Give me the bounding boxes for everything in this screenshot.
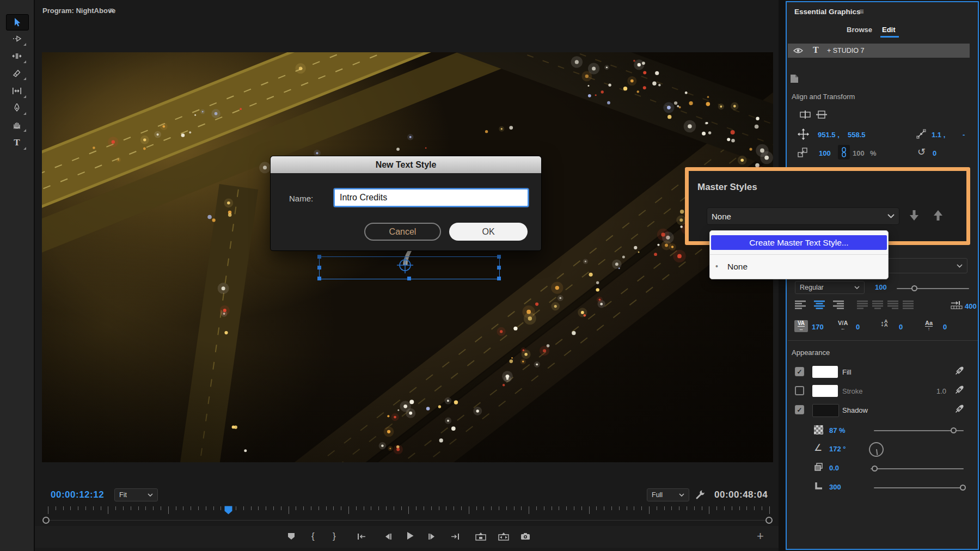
scale-y-value[interactable]: 100	[853, 149, 865, 157]
scrollbar-right-knob[interactable]	[765, 517, 773, 524]
selection-handle[interactable]	[497, 255, 501, 259]
tab-browse[interactable]: Browse	[847, 26, 872, 34]
align-vertical-center-button[interactable]	[815, 110, 828, 119]
shadow-distance-slider-handle[interactable]	[872, 466, 878, 472]
shadow-distance-value[interactable]: 0.0	[829, 464, 839, 472]
step-back-button[interactable]	[384, 532, 393, 541]
cancel-button[interactable]: Cancel	[364, 223, 441, 241]
slip-tool[interactable]	[6, 83, 28, 99]
add-marker-button[interactable]	[287, 532, 296, 541]
stroke-eyedropper-icon[interactable]	[955, 385, 964, 394]
master-styles-dropdown[interactable]: None	[707, 207, 899, 225]
justify-last-center-button[interactable]	[872, 301, 884, 309]
shadow-distance-slider-track[interactable]	[871, 468, 964, 469]
align-left-button[interactable]	[795, 301, 806, 309]
tab-stop-value[interactable]: 400	[965, 302, 977, 310]
selection-handle[interactable]	[317, 255, 321, 259]
kerning-value[interactable]: 0	[856, 323, 860, 331]
selection-handle[interactable]	[317, 277, 321, 280]
rotation-value[interactable]: 0	[933, 149, 936, 157]
align-center-button[interactable]	[814, 301, 825, 309]
position-x-value[interactable]: 951.5 ,	[818, 131, 840, 139]
stroke-checkbox[interactable]	[795, 386, 804, 395]
razor-tool[interactable]	[6, 65, 28, 81]
shadow-opacity-slider-handle[interactable]	[951, 427, 957, 433]
play-button[interactable]	[405, 531, 415, 541]
stroke-width-value[interactable]: 1.0	[936, 387, 946, 395]
stroke-color-swatch[interactable]	[812, 385, 838, 397]
position-y-value[interactable]: 558.5	[848, 131, 866, 139]
leading-value[interactable]: 0	[899, 323, 903, 331]
shadow-blur-value[interactable]: 300	[829, 483, 841, 491]
justify-all-button[interactable]	[903, 301, 914, 309]
add-button[interactable]: +	[757, 529, 764, 543]
fill-checkbox[interactable]: ✓	[795, 367, 804, 376]
font-size-slider-track[interactable]	[897, 288, 969, 289]
go-to-out-button[interactable]	[450, 532, 461, 541]
scale-x-value[interactable]: 100	[819, 149, 831, 157]
lift-button[interactable]	[475, 532, 487, 541]
anchor-y-value[interactable]: -	[963, 131, 965, 139]
selection-handle[interactable]	[317, 266, 321, 270]
zoom-level-dropdown[interactable]: Fit	[114, 488, 158, 501]
settings-wrench-icon[interactable]	[695, 489, 706, 500]
shadow-angle-dial[interactable]	[869, 442, 884, 457]
playhead-marker[interactable]	[224, 506, 232, 515]
baseline-shift-value[interactable]: 0	[943, 323, 947, 331]
step-forward-button[interactable]	[427, 532, 436, 541]
playback-resolution-dropdown[interactable]: Full	[647, 488, 689, 501]
shadow-blur-slider-track[interactable]	[874, 487, 965, 488]
master-style-download-button[interactable]	[909, 209, 920, 222]
type-tool[interactable]: T	[6, 135, 28, 150]
shadow-angle-value[interactable]: 172 °	[829, 445, 846, 453]
ok-button[interactable]: OK	[449, 223, 528, 241]
mark-in-button[interactable]: {	[311, 531, 315, 542]
new-layer-button[interactable]	[790, 74, 799, 83]
pen-tool[interactable]	[6, 100, 28, 115]
scroll-track[interactable]	[46, 520, 770, 521]
menu-item-none[interactable]: • None	[710, 260, 888, 274]
anchor-point-crosshair[interactable]	[396, 256, 414, 274]
master-style-upload-button[interactable]	[933, 209, 944, 222]
font-size-slider-handle[interactable]	[911, 285, 917, 291]
timeline-ruler[interactable]	[48, 506, 769, 515]
go-to-in-button[interactable]	[356, 532, 367, 541]
selection-handle[interactable]	[407, 277, 411, 280]
selection-handle[interactable]	[497, 266, 501, 270]
menu-item-create-master-text-style[interactable]: Create Master Text Style...	[711, 235, 887, 250]
fill-color-swatch[interactable]	[812, 366, 838, 378]
current-timecode[interactable]: 00:00:12:12	[51, 489, 104, 500]
fill-eyedropper-icon[interactable]	[955, 366, 964, 375]
scrollbar-left-knob[interactable]	[42, 517, 50, 524]
ruler-tick	[581, 506, 582, 510]
export-frame-button[interactable]	[520, 532, 531, 541]
font-style-dropdown[interactable]: Regular	[795, 281, 865, 294]
layer-visibility-eye-icon[interactable]	[793, 47, 803, 54]
shadow-color-swatch[interactable]	[812, 404, 839, 417]
selection-handle[interactable]	[497, 277, 501, 280]
track-select-forward-tool[interactable]	[6, 31, 28, 46]
hand-tool[interactable]	[6, 117, 28, 132]
anchor-x-value[interactable]: 1.1 ,	[932, 131, 945, 139]
layer-row[interactable]: T + STUDIO 7	[788, 44, 970, 58]
dialog-titlebar[interactable]: New Text Style	[271, 156, 541, 173]
justify-last-right-button[interactable]	[887, 301, 899, 309]
justify-last-left-button[interactable]	[857, 301, 868, 309]
scale-link-toggle[interactable]	[838, 145, 850, 160]
align-right-button[interactable]	[833, 301, 844, 309]
shadow-checkbox[interactable]: ✓	[795, 405, 804, 414]
font-size-value[interactable]: 100	[875, 283, 887, 291]
mark-out-button[interactable]: }	[333, 531, 336, 542]
shadow-opacity-value[interactable]: 87 %	[829, 426, 846, 434]
shadow-eyedropper-icon[interactable]	[955, 404, 964, 413]
program-panel-menu-icon[interactable]: ≡	[109, 5, 114, 15]
panel-menu-icon[interactable]: ≡	[859, 7, 864, 16]
tracking-value[interactable]: 170	[812, 323, 824, 331]
tab-edit[interactable]: Edit	[882, 26, 896, 34]
style-name-input[interactable]	[334, 188, 529, 207]
shadow-blur-slider-handle[interactable]	[960, 485, 966, 491]
align-horizontal-center-button[interactable]	[799, 110, 812, 119]
extract-button[interactable]	[498, 532, 510, 541]
ripple-edit-tool[interactable]	[6, 48, 28, 64]
selection-tool[interactable]	[6, 14, 29, 30]
